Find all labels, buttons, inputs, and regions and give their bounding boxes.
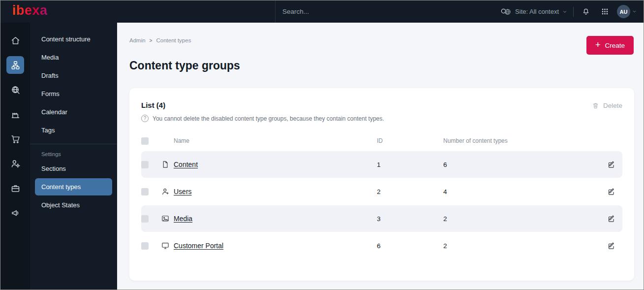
breadcrumb-current: Content types <box>156 37 191 43</box>
table-row: Customer Portal 6 2 <box>141 232 622 259</box>
edit-icon <box>607 188 615 196</box>
table-row: Users 2 4 <box>141 178 622 205</box>
edit-button[interactable] <box>607 215 615 223</box>
chevron-down-icon <box>562 9 567 14</box>
users-icon <box>161 187 174 196</box>
help-icon[interactable]: ? <box>141 115 149 122</box>
edit-button[interactable] <box>607 161 615 169</box>
app-window: ibexa Site: All context <box>0 0 644 290</box>
content-structure-icon <box>10 60 21 70</box>
sidebar-settings-heading: Settings <box>30 147 117 159</box>
site-search-icon <box>10 85 21 95</box>
group-count: 4 <box>443 188 600 195</box>
edit-icon <box>607 242 615 250</box>
group-count: 6 <box>443 161 600 168</box>
site-context-selector[interactable]: Site: All context <box>504 8 567 16</box>
group-count: 2 <box>443 242 600 250</box>
table-header-row: Name ID Number of content types <box>141 131 622 151</box>
row-checkbox[interactable] <box>141 215 149 223</box>
column-header-id: ID <box>377 137 443 144</box>
column-header-count: Number of content types <box>443 137 600 144</box>
rail-home-button[interactable] <box>6 32 24 49</box>
group-count: 2 <box>443 215 600 223</box>
rail-personalization-button[interactable] <box>6 155 24 172</box>
content-type-groups-table: Name ID Number of content types Content … <box>141 131 622 259</box>
breadcrumb-separator: > <box>150 38 153 43</box>
rail-admin-button[interactable] <box>6 179 24 197</box>
list-title: List (4) <box>141 101 384 109</box>
sidebar-item-content-types[interactable]: Content types <box>35 178 112 195</box>
rail-marketing-button[interactable] <box>6 204 24 222</box>
column-header-name: Name <box>174 137 377 144</box>
row-checkbox[interactable] <box>141 188 149 195</box>
delete-button-label: Delete <box>603 102 622 109</box>
grid-icon <box>601 7 609 16</box>
admin-toolbox-icon <box>10 183 21 193</box>
group-id: 3 <box>377 215 443 223</box>
page-title: Content type groups <box>129 59 240 72</box>
personalization-icon <box>10 159 21 169</box>
edit-button[interactable] <box>607 188 615 196</box>
help-text: You cannot delete the disabled content t… <box>153 115 384 122</box>
main-content: Admin > Content types + Create Content t… <box>117 23 644 290</box>
site-context-label: Site: All context <box>515 8 559 15</box>
sidebar-item-forms[interactable]: Forms <box>35 85 112 102</box>
sidebar: Content structure Media Drafts Forms Cal… <box>30 23 117 290</box>
app-switcher-button[interactable] <box>598 5 611 18</box>
topbar-divider <box>573 7 574 17</box>
sidebar-item-object-states[interactable]: Object States <box>35 196 112 214</box>
content-file-icon <box>161 160 174 169</box>
user-menu[interactable]: AU <box>617 5 637 18</box>
group-link[interactable]: Users <box>174 188 192 195</box>
edit-button[interactable] <box>607 242 615 250</box>
plus-icon: + <box>595 40 601 49</box>
select-all-checkbox[interactable] <box>141 137 149 145</box>
edit-icon <box>607 161 615 169</box>
sidebar-item-tags[interactable]: Tags <box>35 122 112 139</box>
search-input[interactable] <box>282 8 497 15</box>
globe-icon <box>504 8 512 16</box>
group-id: 6 <box>377 242 443 250</box>
breadcrumb-admin[interactable]: Admin <box>129 37 146 43</box>
group-link[interactable]: Customer Portal <box>174 242 223 250</box>
table-row: Content 1 6 <box>141 151 622 178</box>
table-row: Media 3 2 <box>141 205 622 232</box>
row-checkbox[interactable] <box>141 242 149 250</box>
media-image-icon <box>161 214 174 223</box>
row-checkbox[interactable] <box>141 161 149 168</box>
rail-site-button[interactable] <box>6 81 24 98</box>
group-link[interactable]: Content <box>174 161 198 168</box>
breadcrumb: Admin > Content types <box>129 37 191 43</box>
notifications-button[interactable] <box>580 5 592 18</box>
sidebar-item-content-structure[interactable]: Content structure <box>35 31 112 48</box>
edit-icon <box>607 215 615 223</box>
content-type-groups-card: List (4) ? You cannot delete the disable… <box>129 88 634 281</box>
create-button-label: Create <box>605 42 625 49</box>
marketing-megaphone-icon <box>10 208 21 218</box>
ibexa-logo: ibexa <box>12 3 48 18</box>
home-icon <box>10 35 21 46</box>
rail-product-catalog-button[interactable] <box>6 105 24 123</box>
sidebar-divider <box>30 144 117 144</box>
global-search <box>275 0 517 23</box>
topbar-right-cluster: Site: All context <box>504 0 637 23</box>
trash-icon <box>592 102 599 109</box>
sidebar-item-sections[interactable]: Sections <box>35 160 112 177</box>
customer-portal-icon <box>161 241 174 250</box>
bell-icon <box>582 7 590 16</box>
commerce-cart-icon <box>10 134 21 144</box>
group-id: 1 <box>377 161 443 168</box>
icon-rail <box>0 23 30 290</box>
delete-button[interactable]: Delete <box>592 102 622 109</box>
create-button[interactable]: + Create <box>586 36 634 55</box>
group-id: 2 <box>377 188 443 195</box>
avatar: AU <box>617 5 630 18</box>
sidebar-item-drafts[interactable]: Drafts <box>35 67 112 84</box>
rail-commerce-button[interactable] <box>6 130 24 148</box>
chevron-down-icon <box>632 9 637 14</box>
sidebar-item-media[interactable]: Media <box>35 49 112 66</box>
rail-content-structure-button[interactable] <box>6 56 24 74</box>
top-bar: ibexa Site: All context <box>0 0 644 23</box>
sidebar-item-calendar[interactable]: Calendar <box>35 103 112 121</box>
group-link[interactable]: Media <box>174 215 192 223</box>
